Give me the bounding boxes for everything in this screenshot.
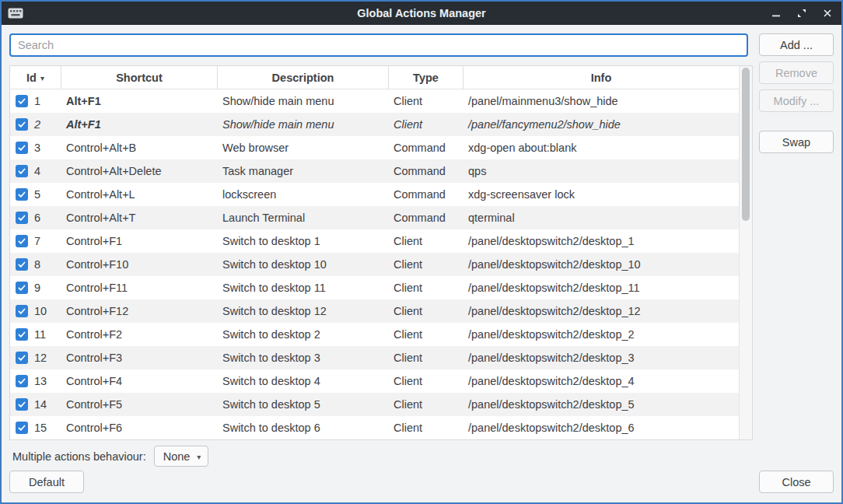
row-shortcut: Control+F10 [61,253,218,276]
table-row[interactable]: 14 Control+F5 Switch to desktop 5 Client… [10,393,739,416]
row-checkbox[interactable] [16,235,28,247]
chevron-down-icon: ▾ [197,453,201,461]
row-checkbox[interactable] [16,165,28,177]
modify-button[interactable]: Modify ... [759,89,834,112]
row-checkbox[interactable] [16,375,28,387]
row-checkbox[interactable] [16,188,28,201]
restore-icon[interactable] [796,7,808,19]
id-cell: 3 [10,136,61,159]
row-shortcut: Control+F2 [61,323,218,346]
table-row[interactable]: 4 Control+Alt+Delete Task manager Comman… [10,159,739,183]
row-info: /panel/desktopswitch2/desktop_12 [463,299,739,323]
column-header-info[interactable]: Info [463,66,739,89]
row-type: Command [389,183,463,206]
id-cell: 2 [10,113,61,136]
add-button[interactable]: Add ... [759,33,834,56]
row-id: 2 [34,118,40,131]
row-description: Switch to desktop 6 [218,416,389,439]
table-row[interactable]: 11 Control+F2 Switch to desktop 2 Client… [10,323,739,346]
table-row[interactable]: 5 Control+Alt+L lockscreen Command xdg-s… [10,183,739,206]
column-header-type[interactable]: Type [389,66,463,89]
row-type: Command [389,159,463,183]
table-row[interactable]: 6 Control+Alt+T Launch Terminal Command … [10,206,739,229]
row-type: Client [389,393,463,416]
row-shortcut: Alt+F1 [61,113,218,136]
row-shortcut: Control+F5 [61,393,218,416]
window-controls [770,2,834,25]
id-cell: 7 [10,229,61,253]
table-row[interactable]: 3 Control+Alt+B Web browser Command xdg-… [10,136,739,159]
scrollbar-thumb[interactable] [742,68,750,221]
row-type: Client [389,89,463,113]
row-info: qps [463,159,739,183]
id-cell: 12 [10,346,61,369]
multiple-actions-dropdown[interactable]: None ▾ [154,446,209,467]
row-checkbox[interactable] [16,258,28,271]
id-cell: 14 [10,393,61,416]
row-id: 6 [34,212,40,224]
row-shortcut: Control+Alt+Delete [61,159,218,183]
id-cell: 9 [10,276,61,299]
row-checkbox[interactable] [16,118,28,131]
row-id: 10 [34,305,47,317]
action-buttons-column: Add ... Remove Modify ... Swap [759,33,834,159]
table-row[interactable]: 10 Control+F12 Switch to desktop 12 Clie… [10,299,739,323]
row-checkbox[interactable] [16,328,28,341]
row-description: Launch Terminal [218,206,389,229]
swap-button[interactable]: Swap [759,131,834,153]
row-info: /panel/desktopswitch2/desktop_4 [463,369,739,393]
table-row[interactable]: 9 Control+F11 Switch to desktop 11 Clien… [10,276,739,299]
default-button[interactable]: Default [9,471,84,493]
row-checkbox[interactable] [16,352,28,364]
row-info: /panel/fancymenu2/show_hide [463,113,739,136]
id-cell: 6 [10,206,61,229]
row-id: 3 [34,142,40,154]
column-header-description[interactable]: Description [218,66,389,89]
row-id: 13 [34,375,47,387]
id-cell: 8 [10,253,61,276]
close-button[interactable]: Close [759,471,834,493]
vertical-scrollbar[interactable] [739,66,752,439]
id-cell: 13 [10,369,61,393]
row-id: 9 [34,282,40,294]
id-cell: 10 [10,299,61,323]
row-description: Switch to desktop 3 [218,346,389,369]
id-cell: 4 [10,159,61,183]
remove-button[interactable]: Remove [759,61,834,84]
table-row[interactable]: 7 Control+F1 Switch to desktop 1 Client … [10,229,739,253]
row-info: /panel/desktopswitch2/desktop_10 [463,253,739,276]
row-checkbox[interactable] [16,398,28,411]
row-id: 15 [34,422,47,434]
search-input[interactable] [9,33,748,57]
table-row[interactable]: 12 Control+F3 Switch to desktop 3 Client… [10,346,739,369]
row-description: Switch to desktop 11 [218,276,389,299]
row-shortcut: Control+Alt+B [61,136,218,159]
window-title: Global Actions Manager [2,2,841,25]
table-row[interactable]: 1 Alt+F1 Show/hide main menu Client /pan… [10,89,739,113]
row-info: /panel/mainmenu3/show_hide [463,89,739,113]
sort-indicator-icon: ▾ [40,75,44,82]
row-checkbox[interactable] [16,142,28,154]
row-checkbox[interactable] [16,95,28,107]
multiple-actions-row: Multiple actions behaviour: None ▾ [12,446,208,467]
id-cell: 15 [10,416,61,439]
table-row[interactable]: 2 Alt+F1 Show/hide main menu Client /pan… [10,113,739,136]
column-header-id[interactable]: Id ▾ [10,66,61,89]
row-checkbox[interactable] [16,305,28,317]
row-checkbox[interactable] [16,212,28,224]
table-header: Id ▾ Shortcut Description Type Info [10,66,739,89]
table-row[interactable]: 8 Control+F10 Switch to desktop 10 Clien… [10,253,739,276]
row-checkbox[interactable] [16,282,28,294]
table-row[interactable]: 15 Control+F6 Switch to desktop 6 Client… [10,416,739,439]
close-icon[interactable] [821,7,834,19]
row-shortcut: Alt+F1 [61,89,218,113]
column-header-shortcut[interactable]: Shortcut [61,66,218,89]
row-shortcut: Control+Alt+T [61,206,218,229]
minimize-icon[interactable] [770,7,782,19]
table-body: 1 Alt+F1 Show/hide main menu Client /pan… [10,89,739,439]
row-info: /panel/desktopswitch2/desktop_2 [463,323,739,346]
row-checkbox[interactable] [16,422,28,434]
row-info: /panel/desktopswitch2/desktop_1 [463,229,739,253]
content-area: Add ... Remove Modify ... Swap Id ▾ Shor… [2,25,841,502]
table-row[interactable]: 13 Control+F4 Switch to desktop 4 Client… [10,369,739,393]
